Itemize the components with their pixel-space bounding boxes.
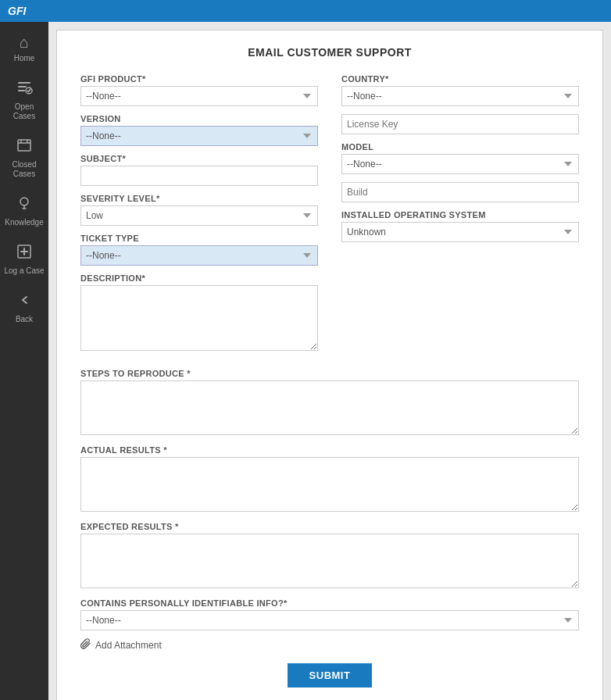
gfi-product-field: GFI PRODUCT* --None--	[80, 74, 318, 106]
steps-textarea[interactable]	[80, 380, 579, 435]
build-input[interactable]	[341, 182, 579, 202]
attachment-icon	[80, 638, 91, 652]
sidebar-item-back[interactable]: Back	[0, 284, 48, 332]
model-field: MODEL --None--	[341, 142, 579, 174]
top-bar: GFI	[0, 0, 611, 22]
form-two-col-1: GFI PRODUCT* --None-- VERSION --None-- S…	[80, 74, 579, 361]
version-field: VERSION --None--	[80, 114, 318, 146]
sidebar: ⌂ Home Open Cases Closed Cases	[0, 22, 48, 700]
sidebar-item-log-a-case[interactable]: Log a Case	[0, 235, 48, 284]
country-select[interactable]: --None--	[341, 86, 579, 106]
expected-results-label: Expected Results *	[80, 522, 579, 531]
severity-label: SEVERITY LEVEL*	[80, 194, 318, 203]
form-col-right: COUNTRY* --None-- MODEL --None--	[341, 74, 579, 361]
submit-row: SUBMIT	[80, 663, 579, 688]
form-container: EMAIL CUSTOMER SUPPORT GFI PRODUCT* --No…	[56, 30, 603, 700]
attachment-row[interactable]: Add Attachment	[80, 638, 579, 652]
license-key-field	[341, 114, 579, 134]
description-label: DESCRIPTION*	[80, 273, 318, 283]
sidebar-label-log-a-case: Log a Case	[4, 266, 44, 276]
installed-os-select[interactable]: Unknown	[341, 222, 579, 242]
back-icon	[16, 291, 33, 312]
form-col-left: GFI PRODUCT* --None-- VERSION --None-- S…	[80, 74, 318, 361]
svg-point-2	[20, 198, 28, 205]
country-label: COUNTRY*	[341, 74, 579, 84]
sidebar-item-knowledge[interactable]: Knowledge	[0, 187, 48, 235]
pii-field: CONTAINS PERSONALLY IDENTIFIABLE INFO?* …	[80, 598, 579, 630]
sidebar-label-knowledge: Knowledge	[5, 218, 43, 227]
model-label: MODEL	[341, 142, 579, 152]
build-field	[341, 182, 579, 202]
subject-input[interactable]	[80, 166, 318, 186]
open-cases-icon	[16, 79, 33, 100]
installed-os-label: INSTALLED OPERATING SYSTEM	[341, 210, 579, 220]
actual-results-label: Actual Results *	[80, 445, 579, 455]
version-label: VERSION	[80, 114, 318, 123]
license-key-input[interactable]	[341, 114, 579, 134]
pii-label: CONTAINS PERSONALLY IDENTIFIABLE INFO?*	[80, 598, 579, 608]
installed-os-field: INSTALLED OPERATING SYSTEM Unknown	[341, 210, 579, 242]
sidebar-item-home[interactable]: ⌂ Home	[0, 26, 48, 71]
main-layout: ⌂ Home Open Cases Closed Cases	[0, 22, 611, 700]
expected-results-textarea[interactable]	[80, 534, 579, 588]
description-field: DESCRIPTION*	[80, 273, 318, 353]
ticket-type-label: TICKET TYPE	[80, 234, 318, 243]
steps-field: Steps to Reproduce *	[80, 369, 579, 438]
form-title: EMAIL CUSTOMER SUPPORT	[80, 46, 579, 59]
sidebar-label-back: Back	[16, 315, 33, 324]
gfi-product-label: GFI PRODUCT*	[80, 74, 318, 84]
pii-select[interactable]: --None--	[80, 610, 579, 630]
expected-results-field: Expected Results *	[80, 522, 579, 591]
content-area: EMAIL CUSTOMER SUPPORT GFI PRODUCT* --No…	[48, 22, 611, 700]
subject-field: SUBJECT*	[80, 154, 318, 186]
home-icon: ⌂	[20, 34, 29, 52]
version-select[interactable]: --None--	[80, 126, 318, 146]
sidebar-label-open-cases: Open Cases	[4, 102, 45, 121]
gfi-product-select[interactable]: --None--	[80, 86, 318, 106]
sidebar-item-closed-cases[interactable]: Closed Cases	[0, 129, 48, 187]
actual-results-field: Actual Results *	[80, 445, 579, 514]
severity-select[interactable]: Low	[80, 205, 318, 226]
steps-label: Steps to Reproduce *	[80, 369, 579, 378]
gfi-logo: GFI	[8, 5, 26, 17]
severity-field: SEVERITY LEVEL* Low	[80, 194, 318, 226]
ticket-type-field: TICKET TYPE --None--	[80, 234, 318, 266]
svg-rect-1	[18, 140, 30, 151]
closed-cases-icon	[16, 137, 33, 158]
actual-results-textarea[interactable]	[80, 457, 579, 512]
attachment-label: Add Attachment	[95, 640, 162, 651]
sidebar-item-open-cases[interactable]: Open Cases	[0, 71, 48, 129]
sidebar-label-closed-cases: Closed Cases	[4, 160, 45, 179]
ticket-type-select[interactable]: --None--	[80, 245, 318, 266]
model-select[interactable]: --None--	[341, 154, 579, 174]
description-textarea[interactable]	[80, 285, 318, 351]
submit-button[interactable]: SUBMIT	[288, 663, 373, 688]
knowledge-icon	[16, 195, 33, 216]
subject-label: SUBJECT*	[80, 154, 318, 163]
country-field: COUNTRY* --None--	[341, 74, 579, 106]
log-case-icon	[16, 243, 33, 264]
sidebar-label-home: Home	[14, 54, 35, 63]
